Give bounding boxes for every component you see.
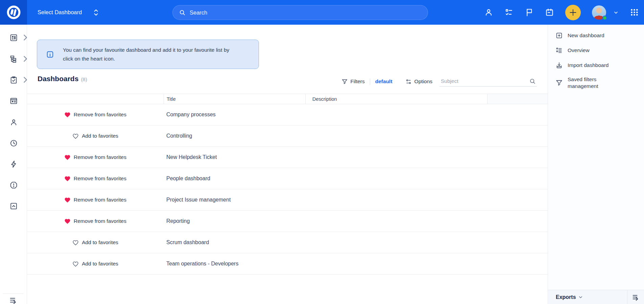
title-column-header[interactable]: Title	[164, 94, 305, 104]
favorite-toggle[interactable]: Remove from favorites	[64, 197, 126, 203]
favorite-action-label: Add to favorites	[82, 133, 118, 139]
sidebar-item-pages[interactable]	[0, 94, 27, 108]
search-icon	[179, 9, 186, 16]
bolt-icon	[9, 160, 18, 168]
favorite-toggle[interactable]: Remove from favorites	[64, 218, 126, 225]
sidebar-item-collapse-box[interactable]	[0, 199, 27, 213]
filter-preset-link[interactable]: default	[375, 78, 392, 85]
favorite-action-label: Remove from favorites	[74, 197, 126, 203]
exports-label: Exports	[556, 294, 576, 300]
saved-filters-management-label: Saved filters management	[568, 76, 618, 90]
heart-filled-icon	[64, 154, 71, 161]
filters-button[interactable]: Filters	[341, 78, 365, 85]
dashboard-title-link[interactable]: Company processes	[164, 112, 305, 118]
sidebar-item-people[interactable]	[0, 115, 27, 129]
apps-grid-icon[interactable]	[630, 8, 639, 17]
dashboard-title-link[interactable]: Controlling	[164, 133, 305, 139]
person-icon	[9, 118, 18, 126]
right-sidebar: New dashboard Overview Import dashboard …	[548, 25, 644, 304]
clipboard-check-icon	[9, 76, 18, 84]
info-banner: You can find your favourite dashboard an…	[37, 40, 259, 69]
online-status-dot	[602, 16, 607, 20]
new-dashboard-label: New dashboard	[568, 32, 618, 39]
favorites-column-header	[27, 94, 164, 104]
favorite-toggle[interactable]: Add to favorites	[72, 133, 118, 139]
sidebar-divider	[3, 294, 23, 294]
sidebar-item-tasks[interactable]	[0, 73, 27, 87]
sidebar-item-time[interactable]	[0, 136, 27, 150]
import-icon	[555, 62, 563, 69]
expand-panel-icon	[632, 293, 640, 301]
sort-chevrons-icon	[93, 8, 99, 17]
overview-button[interactable]: Overview	[548, 45, 644, 56]
subject-input[interactable]	[439, 76, 537, 86]
tasks-checklist-icon[interactable]	[504, 8, 514, 17]
dashboard-description	[305, 125, 487, 146]
clock-icon	[9, 139, 18, 147]
options-button[interactable]: Options	[405, 78, 432, 85]
heart-filled-icon	[64, 112, 71, 118]
dashboard-title-link[interactable]: Reporting	[164, 218, 305, 224]
sidebar-item-dashboards[interactable]	[0, 31, 27, 44]
expand-sidebar-icon[interactable]	[9, 296, 18, 304]
dashboard-description	[305, 104, 487, 125]
info-icon	[46, 50, 54, 59]
chevron-down-icon[interactable]	[613, 10, 619, 15]
favorite-toggle[interactable]: Add to favorites	[72, 261, 118, 267]
dashboard-title-link[interactable]: New Helpdesk Ticket	[164, 154, 305, 160]
saved-filters-management-button[interactable]: Saved filters management	[548, 75, 644, 91]
import-dashboard-button[interactable]: Import dashboard	[548, 60, 644, 71]
search-input[interactable]	[190, 9, 392, 16]
heart-filled-icon	[64, 218, 71, 225]
description-column-header[interactable]: Description	[305, 94, 487, 104]
table-toolbar: Filters default Options	[341, 75, 537, 88]
favorite-action-label: Remove from favorites	[74, 112, 126, 118]
favorite-toggle[interactable]: Remove from favorites	[64, 112, 126, 118]
main-content: You can find your favourite dashboard an…	[27, 25, 548, 304]
empty-column-header	[487, 94, 548, 104]
dashboard-title-link[interactable]: People dashboard	[164, 176, 305, 182]
collapse-panel-button[interactable]	[627, 290, 644, 304]
user-avatar[interactable]	[592, 5, 606, 20]
filters-label: Filters	[351, 78, 365, 85]
funnel-icon	[555, 79, 563, 87]
dashboard-title-link[interactable]: Team operations - Developers	[164, 261, 305, 267]
new-dashboard-button[interactable]: New dashboard	[548, 30, 644, 41]
select-dashboard-dropdown[interactable]: Select Dashboard	[38, 0, 99, 25]
dashboard-title-link[interactable]: Project Issue management	[164, 197, 305, 203]
app-logo[interactable]	[0, 0, 27, 25]
item-count: (8)	[81, 76, 87, 82]
search-icon[interactable]	[529, 78, 536, 85]
favorite-toggle[interactable]: Remove from favorites	[64, 154, 126, 161]
dashboard-icon	[9, 33, 18, 42]
chevron-right-icon	[21, 76, 29, 84]
chevron-right-icon	[21, 33, 29, 42]
favorite-action-label: Add to favorites	[82, 239, 118, 245]
sidebar-item-quick-actions[interactable]	[0, 157, 27, 171]
plus-icon	[569, 8, 577, 17]
import-dashboard-label: Import dashboard	[568, 62, 618, 69]
app-window: Select Dashboard	[0, 0, 644, 304]
user-icon[interactable]	[484, 8, 493, 17]
dashboard-title-link[interactable]: Scrum dashboard	[164, 239, 305, 245]
favorite-toggle[interactable]: Add to favorites	[72, 239, 118, 246]
subject-search-field	[439, 76, 537, 87]
calendar-icon[interactable]	[545, 8, 554, 17]
sidebar-item-alerts[interactable]	[0, 178, 27, 192]
global-search[interactable]	[172, 5, 428, 20]
table-row: Remove from favorites Project Issue mana…	[27, 189, 548, 211]
table-row: Remove from favorites People dashboard	[27, 168, 548, 189]
flag-icon[interactable]	[525, 8, 534, 17]
dashboard-description	[305, 232, 487, 253]
favorite-toggle[interactable]: Remove from favorites	[64, 176, 126, 182]
dashboard-description	[305, 147, 487, 168]
browser-window-icon	[9, 97, 18, 105]
hierarchy-icon	[9, 55, 18, 63]
info-banner-text: You can find your favourite dashboard an…	[63, 46, 235, 63]
favorite-action-label: Add to favorites	[82, 261, 118, 267]
sidebar-item-hierarchy[interactable]	[0, 52, 27, 66]
favorite-action-label: Remove from favorites	[74, 218, 126, 224]
add-button[interactable]	[565, 5, 581, 20]
exports-dropdown[interactable]: Exports	[556, 294, 583, 300]
options-label: Options	[414, 78, 432, 85]
